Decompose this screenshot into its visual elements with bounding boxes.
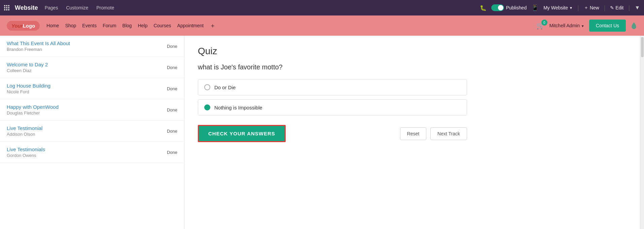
sidebar-item-info-1: Welcome to Day 2 Colleen Diaz: [7, 62, 167, 73]
sidebar-item-status-1: Done: [167, 65, 177, 70]
sidebar-item-status-5: Done: [167, 150, 177, 155]
sidebar-item-4[interactable]: Live Testimonial Addison Olson Done: [0, 121, 184, 142]
nav-appointment[interactable]: Appointment: [177, 23, 204, 28]
sidebar-item-author-2: Nicole Ford: [7, 89, 167, 94]
sidebar-item-author-0: Brandon Freeman: [7, 47, 167, 52]
sidebar-item-title-4: Live Testimonial: [7, 125, 167, 131]
nav-help[interactable]: Help: [138, 23, 148, 28]
sidebar-item-info-5: Live Testimonials Gordon Owens: [7, 146, 167, 158]
nav-add-icon[interactable]: ＋: [210, 22, 216, 30]
sidebar-item-status-4: Done: [167, 129, 177, 134]
quiz-actions: CHECK YOUR ANSWERS Reset Next Track: [198, 125, 467, 142]
sidebar-item-title-5: Live Testimonials: [7, 146, 167, 152]
my-website-dropdown-icon: ▼: [569, 6, 573, 10]
sidebar-item-5[interactable]: Live Testimonials Gordon Owens Done: [0, 142, 184, 163]
contact-us-button[interactable]: Contact Us: [589, 20, 626, 32]
sidebar-item-status-0: Done: [167, 44, 177, 49]
website-nav: YourLogo Home Shop Events Forum Blog Hel…: [0, 15, 644, 36]
answer-text-0: Do or Die: [214, 85, 236, 90]
sidebar-item-3[interactable]: Happy with OpenWood Douglas Fletcher Don…: [0, 99, 184, 121]
radio-0[interactable]: [204, 84, 210, 90]
sidebar-item-title-0: What This Event Is All About: [7, 40, 167, 46]
nav-home[interactable]: Home: [46, 23, 59, 28]
cart-button[interactable]: 🛒 0: [536, 22, 545, 30]
logo-logo: Logo: [23, 23, 35, 29]
admin-nav-promote[interactable]: Promote: [95, 4, 116, 11]
published-toggle[interactable]: Published: [491, 4, 527, 11]
radio-1[interactable]: [204, 104, 210, 110]
sidebar-item-info-4: Live Testimonial Addison Olson: [7, 125, 167, 137]
separator: |: [577, 4, 579, 11]
nav-blog[interactable]: Blog: [122, 23, 132, 28]
admin-name[interactable]: Mitchell Admin ▼: [549, 23, 584, 28]
edit-button[interactable]: ✎ Edit: [610, 5, 623, 10]
sidebar-item-author-4: Addison Olson: [7, 132, 167, 137]
published-label: Published: [506, 5, 527, 10]
admin-bar-right: 🐛 Published 📱 My Website ▼ | ＋ New | ✎ E…: [480, 4, 640, 11]
sidebar-item-info-2: Log House Building Nicole Ford: [7, 83, 167, 94]
nav-forum[interactable]: Forum: [103, 23, 116, 28]
admin-bar: Website Pages Customize Promote 🐛 Publis…: [0, 0, 644, 15]
sidebar-item-0[interactable]: What This Event Is All About Brandon Fre…: [0, 36, 184, 57]
reset-button[interactable]: Reset: [400, 127, 427, 140]
sidebar-item-status-2: Done: [167, 86, 177, 91]
quiz-title: Quiz: [198, 46, 627, 57]
my-website-button[interactable]: My Website ▼: [543, 5, 573, 10]
logo-badge[interactable]: YourLogo: [7, 21, 40, 31]
admin-dropdown-icon: ▼: [581, 24, 584, 28]
main-content: What This Event Is All About Brandon Fre…: [0, 36, 644, 229]
admin-nav-pages[interactable]: Pages: [43, 4, 60, 11]
nav-right: 🛒 0 Mitchell Admin ▼ Contact Us: [536, 20, 637, 32]
separator3: |: [628, 4, 630, 11]
sidebar-item-1[interactable]: Welcome to Day 2 Colleen Diaz Done: [0, 57, 184, 78]
sidebar-item-info-0: What This Event Is All About Brandon Fre…: [7, 40, 167, 52]
sidebar-item-author-3: Douglas Fletcher: [7, 110, 167, 116]
sidebar: What This Event Is All About Brandon Fre…: [0, 36, 184, 229]
answer-text-1: Nothing is Impossible: [214, 105, 262, 110]
sidebar-item-status-3: Done: [167, 107, 177, 112]
logo-your: Your: [11, 23, 23, 29]
check-answers-button[interactable]: CHECK YOUR ANSWERS: [198, 125, 286, 142]
scrollbar-thumb[interactable]: [641, 37, 644, 57]
admin-nav-customize[interactable]: Customize: [65, 4, 90, 11]
sidebar-item-title-1: Welcome to Day 2: [7, 62, 167, 67]
nav-links: Home Shop Events Forum Blog Help Courses…: [46, 22, 536, 30]
mobile-icon[interactable]: 📱: [531, 4, 539, 11]
sidebar-item-info-3: Happy with OpenWood Douglas Fletcher: [7, 104, 167, 116]
sidebar-item-title-3: Happy with OpenWood: [7, 104, 167, 110]
next-track-button[interactable]: Next Track: [430, 127, 467, 140]
toggle-track[interactable]: [491, 4, 504, 11]
separator2: |: [604, 4, 606, 11]
admin-bar-left: Website Pages Customize Promote: [4, 4, 474, 11]
grid-menu-icon[interactable]: [4, 5, 9, 10]
answer-option-1[interactable]: Nothing is Impossible: [198, 99, 467, 116]
quiz-area: Quiz what is Joe's favorite motto? Do or…: [184, 36, 640, 229]
sidebar-item-2[interactable]: Log House Building Nicole Ford Done: [0, 78, 184, 99]
admin-logo: Website: [15, 4, 38, 11]
bug-icon[interactable]: 🐛: [480, 5, 487, 11]
nav-courses[interactable]: Courses: [153, 23, 171, 28]
quiz-question: what is Joe's favorite motto?: [198, 63, 627, 71]
sidebar-item-title-2: Log House Building: [7, 83, 167, 89]
new-button[interactable]: ＋ New: [584, 5, 599, 11]
water-drop-icon: [631, 22, 637, 30]
answer-option-0[interactable]: Do or Die: [198, 79, 467, 95]
nav-shop[interactable]: Shop: [65, 23, 76, 28]
right-scrollbar[interactable]: [640, 36, 644, 229]
nav-events[interactable]: Events: [82, 23, 97, 28]
sidebar-item-author-5: Gordon Owens: [7, 153, 167, 158]
chevron-down-icon[interactable]: ▼: [635, 5, 640, 11]
toggle-knob: [498, 5, 503, 10]
sidebar-item-author-1: Colleen Diaz: [7, 68, 167, 73]
cart-badge: 0: [541, 20, 547, 26]
